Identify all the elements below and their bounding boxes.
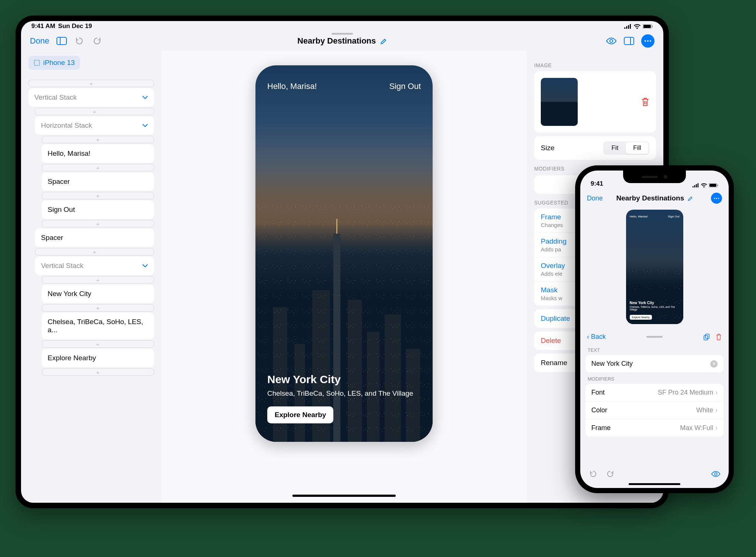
- preview-city: New York City: [267, 373, 421, 386]
- size-label: Size: [541, 144, 554, 152]
- wifi-icon: [634, 24, 640, 29]
- iphone-preview[interactable]: Hello, Marisa! Sign Out New York City Ch…: [626, 210, 683, 324]
- tree-row-label: Horizontal Stack: [41, 121, 92, 130]
- add-slot[interactable]: +: [42, 340, 154, 348]
- device-chip[interactable]: iPhone 13: [28, 56, 80, 70]
- chevron-right-icon: ›: [715, 389, 718, 396]
- svg-rect-27: [705, 334, 709, 338]
- size-row: Size Fit Fill: [534, 136, 656, 160]
- tree-row-label: Explore Nearby: [48, 354, 96, 362]
- svg-point-13: [647, 40, 649, 42]
- tree-row[interactable]: Chelsea, TriBeCa, SoHo, LES, a...: [42, 313, 154, 339]
- home-indicator[interactable]: [292, 495, 396, 497]
- tree-row[interactable]: Hello, Marisa!: [42, 144, 154, 163]
- tree-row[interactable]: Vertical Stack: [28, 88, 154, 107]
- canvas[interactable]: Hello, Marisa! Sign Out New York City Ch…: [161, 51, 527, 503]
- add-slot[interactable]: +: [42, 164, 154, 171]
- duplicate-icon[interactable]: [703, 333, 710, 341]
- svg-point-14: [650, 40, 651, 42]
- tree-row[interactable]: Explore Nearby: [42, 349, 154, 367]
- tree-row[interactable]: Horizontal Stack: [35, 116, 154, 135]
- modifier-row[interactable]: FrameMax W:Full›: [585, 419, 724, 437]
- status-right: [624, 24, 653, 29]
- undo-icon[interactable]: [74, 35, 85, 47]
- modifier-row[interactable]: FontSF Pro 24 Medium›: [585, 384, 724, 401]
- wifi-icon: [701, 183, 707, 188]
- inspector-toggle-icon[interactable]: [623, 35, 635, 47]
- done-button[interactable]: Done: [30, 36, 49, 46]
- home-indicator[interactable]: [629, 483, 680, 485]
- more-button[interactable]: [641, 34, 654, 48]
- tree-row[interactable]: New York City: [42, 285, 154, 303]
- svg-rect-17: [694, 185, 695, 188]
- tree-row-label: Vertical Stack: [34, 93, 77, 102]
- svg-rect-6: [652, 25, 653, 27]
- tree-row[interactable]: Sign Out: [42, 200, 154, 219]
- redo-icon[interactable]: [605, 468, 616, 479]
- tree-row-label: Sign Out: [48, 206, 75, 214]
- add-slot[interactable]: +: [42, 368, 154, 376]
- tree-row[interactable]: Vertical Stack: [35, 257, 154, 275]
- svg-rect-18: [696, 184, 697, 188]
- text-input-row[interactable]: New York City ✕: [585, 355, 724, 372]
- tree-row-label: Hello, Marisa!: [48, 149, 90, 158]
- layer-sidebar: iPhone 13 +Vertical Stack+Horizontal Sta…: [21, 51, 161, 503]
- size-fit[interactable]: Fit: [604, 142, 626, 154]
- add-slot[interactable]: +: [42, 276, 154, 283]
- iphone-bottom-bar: [580, 464, 729, 483]
- add-slot[interactable]: +: [42, 136, 154, 143]
- image-thumbnail[interactable]: [541, 78, 578, 126]
- chevron-down-icon[interactable]: [142, 264, 148, 268]
- chevron-right-icon: ›: [715, 424, 718, 432]
- tree-row[interactable]: Spacer: [42, 172, 154, 191]
- page-title: Nearby Destinations: [298, 36, 376, 45]
- svg-point-12: [645, 40, 646, 42]
- svg-rect-22: [717, 185, 718, 186]
- back-button[interactable]: ‹ Back: [587, 333, 606, 341]
- status-time: 9:41 AM: [31, 23, 55, 30]
- trash-icon[interactable]: [641, 97, 649, 107]
- ipad-device-frame: 9:41 AM Sun Dec 19 Done Nearby Destinati…: [16, 16, 669, 508]
- tree-row-label: Vertical Stack: [41, 262, 83, 270]
- tree-row[interactable]: Spacer: [35, 228, 154, 247]
- svg-point-24: [716, 198, 717, 199]
- iphone-device-frame: 9:41 Done Nearby Destinations Hello, Mar…: [575, 165, 734, 493]
- ipad-screen: 9:41 AM Sun Dec 19 Done Nearby Destinati…: [21, 21, 663, 503]
- svg-rect-16: [693, 186, 694, 188]
- signal-icon: [624, 24, 632, 29]
- preview-cta-button[interactable]: Explore Nearby: [267, 406, 333, 423]
- add-slot[interactable]: +: [42, 192, 154, 199]
- sidebar-toggle-icon[interactable]: [56, 35, 67, 47]
- svg-rect-10: [624, 37, 634, 45]
- tree-row-label: Chelsea, TriBeCa, SoHo, LES, a...: [48, 318, 148, 334]
- chevron-down-icon[interactable]: [142, 96, 148, 99]
- preview-eye-icon[interactable]: [606, 35, 617, 47]
- size-fill[interactable]: Fill: [626, 142, 649, 154]
- preview-signout[interactable]: Sign Out: [389, 82, 421, 91]
- chevron-down-icon[interactable]: [142, 124, 148, 127]
- iphone-more-button[interactable]: [711, 193, 722, 204]
- sheet-handle[interactable]: [646, 336, 663, 338]
- add-slot[interactable]: +: [35, 108, 154, 115]
- svg-rect-7: [57, 37, 66, 45]
- chevron-right-icon: ›: [715, 406, 718, 414]
- pencil-icon[interactable]: [380, 38, 387, 45]
- modifier-row[interactable]: ColorWhite›: [585, 401, 724, 419]
- add-slot[interactable]: +: [35, 248, 154, 255]
- trash-icon[interactable]: [715, 333, 722, 341]
- undo-icon[interactable]: [588, 468, 599, 479]
- iphone-done-button[interactable]: Done: [587, 195, 603, 202]
- size-segmented-control[interactable]: Fit Fill: [603, 141, 649, 155]
- svg-point-25: [718, 198, 719, 199]
- redo-icon[interactable]: [92, 35, 103, 47]
- status-bar: 9:41 AM Sun Dec 19: [21, 21, 663, 31]
- add-slot[interactable]: +: [42, 304, 154, 312]
- phone-preview[interactable]: Hello, Marisa! Sign Out New York City Ch…: [255, 65, 433, 442]
- add-slot[interactable]: +: [28, 80, 154, 87]
- add-slot[interactable]: +: [42, 220, 154, 227]
- clear-icon[interactable]: ✕: [710, 360, 718, 368]
- pencil-icon[interactable]: [688, 196, 693, 201]
- preview-eye-icon[interactable]: [710, 468, 721, 479]
- svg-rect-3: [630, 24, 631, 29]
- notch: [623, 171, 686, 183]
